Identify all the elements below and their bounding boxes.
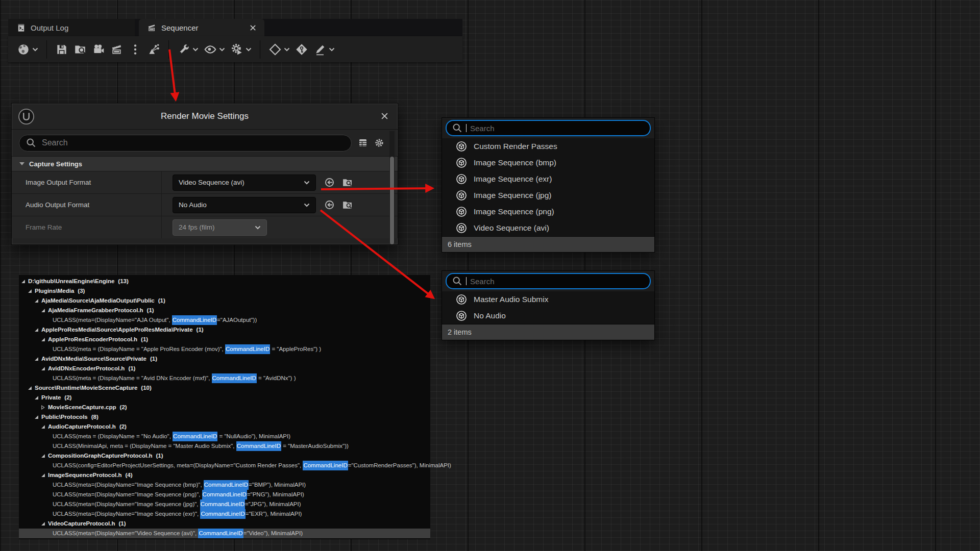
expanded-triangle-icon[interactable] xyxy=(28,289,32,293)
tree-folder-row[interactable]: Plugins\Media(3) xyxy=(19,286,430,296)
toolbar-separator xyxy=(168,40,169,59)
match-count: (1) xyxy=(147,306,154,315)
tree-folder-row[interactable]: VideoCaptureProtocol.h(1) xyxy=(19,519,430,529)
save-button[interactable] xyxy=(55,43,68,56)
expanded-triangle-icon[interactable] xyxy=(34,328,39,332)
expanded-triangle-icon[interactable] xyxy=(41,424,45,429)
tree-code-row[interactable]: UCLASS(meta=(DisplayName="Image Sequence… xyxy=(19,490,430,499)
tree-folder-row[interactable]: MovieSceneCapture.cpp(2) xyxy=(19,403,430,412)
dialog-scrollbar[interactable] xyxy=(389,131,395,243)
highlighted-token: CommandLineID xyxy=(225,344,270,354)
tree-code-row[interactable]: UCLASS(meta=(DisplayName="Video Sequence… xyxy=(19,529,430,538)
popup-item[interactable]: Image Sequence (png) xyxy=(442,204,654,220)
tree-code-row[interactable]: UCLASS(MinimalApi, meta = (DisplayName =… xyxy=(19,441,430,451)
popup-item[interactable]: Image Sequence (bmp) xyxy=(442,155,654,171)
section-label: Capture Settings xyxy=(29,160,82,168)
tree-folder-row[interactable]: AvidDNxEncoderProtocol.h(1) xyxy=(19,364,430,373)
text-caret xyxy=(466,124,467,132)
tree-code-row[interactable]: UCLASS(meta = (DisplayName = "No Audio",… xyxy=(19,432,430,441)
tree-folder-row[interactable]: AudioCaptureProtocol.h(2) xyxy=(19,422,430,432)
expanded-triangle-icon[interactable] xyxy=(41,521,45,526)
popup-search-input[interactable]: Search xyxy=(446,273,651,289)
tree-folder-row[interactable]: Private(2) xyxy=(19,393,430,403)
playback-options-button[interactable] xyxy=(230,43,252,56)
keying-options-button[interactable] xyxy=(268,43,290,56)
popup-item[interactable]: Image Sequence (exr) xyxy=(442,171,654,187)
tree-code-row[interactable]: UCLASS(config=EditorPerProjectUserSettin… xyxy=(19,461,430,470)
view-options-button[interactable] xyxy=(204,43,225,56)
popup-item-label: Master Audio Submix xyxy=(474,295,548,304)
tree-folder-label: AjaMediaFrameGrabberProtocol.h xyxy=(48,306,143,315)
browse-to-asset-icon[interactable] xyxy=(342,199,353,210)
tree-folder-row[interactable]: ImageSequenceProtocol.h(4) xyxy=(19,470,430,480)
render-movie-button[interactable] xyxy=(110,43,124,56)
browse-to-asset-icon[interactable] xyxy=(342,177,353,188)
tree-code-row[interactable]: UCLASS(meta = (DisplayName = "Apple ProR… xyxy=(19,344,430,354)
tree-folder-row[interactable]: AppleProResMedia\Source\AppleProResMedia… xyxy=(19,325,430,335)
settings-search-input[interactable]: Search xyxy=(19,135,352,152)
expanded-triangle-icon[interactable] xyxy=(34,298,39,303)
tab-output-log[interactable]: Output Log xyxy=(8,19,135,36)
tree-folder-row[interactable]: CompositionGraphCaptureProtocol.h(1) xyxy=(19,451,430,461)
expanded-triangle-icon[interactable] xyxy=(41,473,45,478)
unreal-editor-canvas: Output Log Sequencer Render Movie Settin… xyxy=(0,0,980,551)
section-capture-settings[interactable]: Capture Settings xyxy=(12,156,398,171)
popup-item[interactable]: Custom Render Passes xyxy=(442,138,654,155)
tab-sequencer[interactable]: Sequencer xyxy=(139,19,264,36)
tree-code-row[interactable]: UCLASS(meta=(DisplayName="Image Sequence… xyxy=(19,480,430,490)
use-selected-asset-icon[interactable] xyxy=(324,199,335,210)
tree-code-row[interactable]: UCLASS(meta=(DisplayName="AJA Output", C… xyxy=(19,315,430,325)
expanded-triangle-icon[interactable] xyxy=(34,395,39,400)
tree-folder-row[interactable]: AjaMediaFrameGrabberProtocol.h(1) xyxy=(19,306,430,315)
auto-key-button[interactable] xyxy=(295,43,308,56)
expanded-triangle-icon[interactable] xyxy=(21,279,26,284)
image-output-format-dropdown[interactable]: Video Sequence (avi) xyxy=(173,174,316,191)
code-text: ="PNG"), MinimalAPI) xyxy=(247,490,304,499)
expanded-triangle-icon[interactable] xyxy=(41,454,45,458)
more-options-button[interactable] xyxy=(129,43,142,56)
tree-folder-row[interactable]: Source\Runtime\MovieSceneCapture(10) xyxy=(19,383,430,393)
chevron-down-icon xyxy=(304,203,310,207)
tree-code-row[interactable]: UCLASS(meta=(DisplayName="Image Sequence… xyxy=(19,509,430,519)
current-sequence-button[interactable] xyxy=(17,43,38,56)
settings-gear-icon[interactable] xyxy=(374,138,384,148)
actions-button[interactable] xyxy=(177,43,199,56)
scrollbar-thumb[interactable] xyxy=(390,157,394,244)
row-audio-output-format: Audio Output Format No Audio xyxy=(12,193,398,216)
use-selected-asset-icon[interactable] xyxy=(324,177,335,188)
popup-item[interactable]: Video Sequence (avi) xyxy=(442,220,654,236)
dialog-titlebar[interactable]: Render Movie Settings xyxy=(12,104,398,130)
track-actions-button[interactable] xyxy=(147,43,160,56)
tree-folder-row[interactable]: D:\github\UnrealEngine\Engine(13) xyxy=(19,277,430,286)
create-camera-button[interactable] xyxy=(92,43,105,56)
sequencer-toolbar xyxy=(8,36,462,62)
tree-folder-row[interactable]: Public\Protocols(8) xyxy=(19,412,430,422)
toolbar-separator xyxy=(260,40,260,59)
popup-item[interactable]: Image Sequence (jpg) xyxy=(442,187,654,204)
audio-output-format-dropdown[interactable]: No Audio xyxy=(173,197,316,213)
save-icon xyxy=(55,43,68,56)
popup-item[interactable]: No Audio xyxy=(442,308,654,324)
expanded-triangle-icon[interactable] xyxy=(41,308,45,313)
close-tab-icon[interactable] xyxy=(250,24,256,31)
tree-folder-row[interactable]: AvidDNxMedia\Source\Source\Private(1) xyxy=(19,354,430,364)
expanded-triangle-icon[interactable] xyxy=(34,357,39,361)
find-in-content-browser-button[interactable] xyxy=(74,43,87,56)
popup-item[interactable]: Master Audio Submix xyxy=(442,291,654,308)
expanded-triangle-icon[interactable] xyxy=(34,415,39,419)
current-sequence-icon xyxy=(17,43,30,56)
more-options-icon xyxy=(129,43,142,56)
dialog-close-icon[interactable] xyxy=(381,112,388,120)
expanded-triangle-icon[interactable] xyxy=(41,337,45,342)
tree-code-row[interactable]: UCLASS(meta = (DisplayName = "Avid DNx E… xyxy=(19,373,430,383)
popup-search-input[interactable]: Search xyxy=(446,120,651,136)
expanded-triangle-icon[interactable] xyxy=(41,366,45,371)
view-details-icon[interactable] xyxy=(358,138,368,148)
edit-curves-button[interactable] xyxy=(313,43,335,56)
tree-code-row[interactable]: UCLASS(meta=(DisplayName="Image Sequence… xyxy=(19,499,430,509)
expanded-triangle-icon[interactable] xyxy=(28,386,32,390)
highlighted-token: CommandLineID xyxy=(202,490,247,499)
tree-folder-row[interactable]: AppleProResEncoderProtocol.h(1) xyxy=(19,335,430,344)
collapsed-triangle-icon[interactable] xyxy=(41,405,45,410)
tree-folder-row[interactable]: AjaMedia\Source\AjaMediaOutput\Public(1) xyxy=(19,296,430,306)
